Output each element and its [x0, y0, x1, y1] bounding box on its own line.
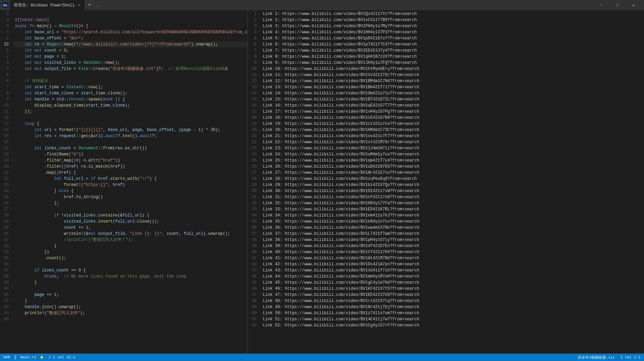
code-editor[interactable]: #[tokio::main] async fn main() → Result<… — [14, 10, 247, 354]
code-line: let mut count = 0; — [14, 48, 247, 54]
code-line — [14, 206, 247, 212]
code-line: } else { — [14, 188, 247, 194]
output-line: Link 51: https://www.bilibili.com/video/… — [261, 316, 644, 322]
editor-container: 54311 321234 56789 1011121314 1516171819… — [0, 10, 644, 354]
output-line: Link 44: https://www.bilibili.com/video/… — [261, 273, 644, 280]
output-line: Link 41: https://www.bilibili.com/video/… — [261, 255, 644, 261]
status-left: NOR ║ main.rs 1 1 sel 32:1 — [3, 355, 75, 359]
code-line — [14, 261, 247, 267]
code-line: let full_url = if href.starts_with("//")… — [14, 176, 247, 182]
output-line: Link 24: https://www.bilibili.com/video/… — [261, 151, 644, 157]
titlebar: PS 管理员: Windows PowerShell ✕ + ⌄ ─ □ ✕ — [0, 0, 644, 10]
code-line: }); — [14, 109, 247, 115]
output-lines: Link 1: https://www.bilibili.com/video/B… — [261, 10, 644, 354]
code-line: count += 1; — [14, 225, 247, 231]
code-line: async fn main() → Result<()> { — [14, 23, 247, 29]
output-line-numbers: 12345 678910 1112131415 1617181920 21222… — [248, 10, 261, 354]
output-line: Link 31: https://www.bilibili.com/video/… — [261, 194, 644, 200]
output-line: Link 13: https://www.bilibili.com/video/… — [261, 84, 644, 90]
output-line: Link 23: https://www.bilibili.com/video/… — [261, 145, 644, 151]
output-line: Link 10: https://www.bilibili.com/video/… — [261, 66, 644, 72]
code-line: println!("数据已写入文件"); — [14, 310, 247, 316]
output-content: 12345 678910 1112131415 1617181920 21222… — [248, 10, 644, 354]
output-line: Link 28: https://www.bilibili.com/video/… — [261, 176, 644, 182]
code-line: let mut output_file = File::create("庆余年2… — [14, 66, 247, 72]
code-line — [14, 72, 247, 78]
code-line: }; — [14, 200, 247, 206]
statusbar: NOR ║ main.rs 1 1 sel 32:1 庆余年2视频链接.txt … — [0, 354, 644, 361]
code-line: } — [14, 280, 247, 286]
output-line: Link 1: https://www.bilibili.com/video/B… — [261, 11, 644, 17]
maximize-button[interactable]: □ — [609, 0, 625, 10]
output-line: Link 27: https://www.bilibili.com/video/… — [261, 170, 644, 176]
line-info: 1 1 sel 32:1 — [49, 355, 75, 359]
output-line: Link 29: https://www.bilibili.com/video/… — [261, 182, 644, 188]
output-line: Link 12: https://www.bilibili.com/video/… — [261, 78, 644, 84]
output-line: Link 26: https://www.bilibili.com/video/… — [261, 164, 644, 170]
active-tab[interactable]: 管理员: Windows PowerShell ✕ — [10, 0, 85, 10]
code-line: break; // No more links found on this pa… — [14, 273, 247, 280]
code-line: let base_offset = "&o="; — [14, 35, 247, 41]
code-line: // 等待提示 — [14, 78, 247, 84]
code-line: }) — [14, 249, 247, 255]
code-panel[interactable]: 54311 321234 56789 1011121314 1516171819… — [0, 10, 248, 354]
code-content: 54311 321234 56789 1011121314 1516171819… — [0, 10, 247, 354]
output-line: Link 4: https://www.bilibili.com/video/B… — [261, 29, 644, 35]
bottom-filename: 庆余年2视频链接.txt — [578, 355, 615, 360]
output-line: Link 16: https://www.bilibili.com/video/… — [261, 102, 644, 109]
output-line: Link 9: https://www.bilibili.com/video/B… — [261, 60, 644, 66]
code-line: let base_url = "https://search.bilibili.… — [14, 29, 247, 35]
output-panel[interactable]: 12345 678910 1112131415 1617181920 21222… — [248, 10, 644, 354]
code-line: let links_count = Document::from(res.as_… — [14, 145, 247, 151]
code-line: let url = format!("{}{}{}{}", base_url, … — [14, 127, 247, 133]
code-line: format!("https:{}", href) — [14, 182, 247, 188]
code-line: loop { — [14, 121, 247, 127]
code-line: let mut page = 1; — [14, 54, 247, 60]
vim-mode: NOR — [3, 355, 10, 359]
window-controls: ─ □ ✕ — [593, 0, 641, 10]
code-line: #[tokio::main] — [14, 17, 247, 23]
current-file: main.rs — [20, 355, 36, 359]
code-line: display_elapsed_time(start_time_clone); — [14, 102, 247, 109]
output-line: Link 37: https://www.bilibili.com/video/… — [261, 231, 644, 237]
output-line: Link 33: https://www.bilibili.com/video/… — [261, 206, 644, 212]
code-line: let res = request::get(&url).await?.text… — [14, 133, 247, 139]
code-line — [14, 286, 247, 292]
status-indicator — [40, 356, 43, 359]
svg-text:PS: PS — [3, 4, 7, 7]
output-line: Link 52: https://www.bilibili.com/video/… — [261, 322, 644, 328]
right-line-info: 1 sel 1:1 — [621, 355, 641, 359]
code-line: .filter_map(|n| n.attr("href")) — [14, 157, 247, 164]
output-line: Link 15: https://www.bilibili.com/video/… — [261, 96, 644, 102]
minimize-button[interactable]: ─ — [593, 0, 609, 10]
output-line: Link 22: https://www.bilibili.com/video/… — [261, 139, 644, 145]
code-line: let handle = std::thread::spawn(move || … — [14, 96, 247, 102]
powershell-icon: PS — [3, 2, 8, 8]
close-button[interactable]: ✕ — [626, 0, 641, 10]
output-line: Link 42: https://www.bilibili.com/video/… — [261, 261, 644, 267]
code-line: let mut visited_links = HashSet::new(); — [14, 60, 247, 66]
code-line — [14, 322, 247, 328]
line-numbers: 54311 321234 56789 1011121314 1516171819… — [0, 10, 14, 354]
tab-list-button[interactable]: ⌄ — [94, 3, 102, 8]
tab-close-button[interactable]: ✕ — [77, 3, 81, 7]
output-line: Link 38: https://www.bilibili.com/video/… — [261, 237, 644, 243]
code-line — [14, 316, 247, 322]
new-tab-button[interactable]: + — [85, 2, 94, 8]
code-line: .find(Name("a")) — [14, 151, 247, 157]
output-line: Link 48: https://www.bilibili.com/video/… — [261, 298, 644, 304]
status-right: 庆余年2视频链接.txt 1 sel 1:1 — [578, 355, 641, 360]
code-line: if links_count == 0 { — [14, 267, 247, 273]
output-line: Link 43: https://www.bilibili.com/video/… — [261, 267, 644, 273]
output-line: Link 47: https://www.bilibili.com/video/… — [261, 292, 644, 298]
code-line: handle.join().unwrap(); — [14, 304, 247, 310]
output-line: Link 35: https://www.bilibili.com/video/… — [261, 218, 644, 225]
output-line: Link 34: https://www.bilibili.com/video/… — [261, 212, 644, 218]
output-line: Link 3: https://www.bilibili.com/video/B… — [261, 23, 644, 29]
code-line: let start_time = Instant::now(); — [14, 84, 247, 90]
code-line — [14, 139, 247, 145]
output-line: Link 5: https://www.bilibili.com/video/B… — [261, 35, 644, 41]
output-line: Link 11: https://www.bilibili.com/video/… — [261, 72, 644, 78]
tab-label: 管理员: Windows PowerShell — [14, 2, 75, 8]
output-line: Link 25: https://www.bilibili.com/video/… — [261, 157, 644, 164]
